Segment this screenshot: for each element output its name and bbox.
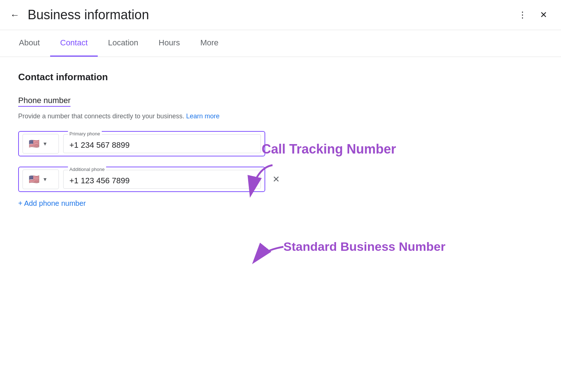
primary-phone-group: 🇺🇸 ▼ Primary phone +1 234 567 8899 (18, 131, 265, 156)
tab-about[interactable]: About (9, 30, 50, 57)
primary-flag-icon: 🇺🇸 (29, 139, 40, 149)
section-title: Contact information (18, 72, 309, 83)
page-title: Business information (28, 7, 515, 23)
main-content: Contact information Phone number Provide… (0, 57, 327, 226)
add-phone-button[interactable]: + Add phone number (18, 196, 86, 211)
standard-business-annotation: Standard Business Number (283, 240, 445, 254)
additional-phone-wrapper: 🇺🇸 ▼ Additional phone +1 123 456 7899 ✕ (18, 167, 309, 192)
phone-description: Provide a number that connects directly … (18, 113, 309, 120)
primary-phone-label: Primary phone (68, 131, 102, 136)
additional-phone-label: Additional phone (68, 167, 106, 172)
header: ← Business information ⋮ ✕ (0, 0, 561, 30)
more-options-button[interactable]: ⋮ (515, 9, 530, 21)
tab-contact[interactable]: Contact (50, 30, 98, 57)
phone-section: Phone number Provide a number that conne… (18, 96, 309, 211)
tab-bar: About Contact Location Hours More (0, 30, 561, 57)
primary-country-select[interactable]: 🇺🇸 ▼ (23, 134, 59, 154)
close-button[interactable]: ✕ (537, 9, 550, 21)
phone-section-label: Phone number (18, 96, 70, 107)
back-button[interactable]: ← (9, 9, 21, 21)
primary-dropdown-arrow-icon: ▼ (43, 141, 48, 147)
learn-more-link[interactable]: Learn more (186, 113, 219, 120)
additional-phone-group: 🇺🇸 ▼ Additional phone +1 123 456 7899 (18, 167, 265, 192)
primary-phone-value: +1 234 567 8899 (69, 138, 255, 150)
header-icons: ⋮ ✕ (515, 9, 550, 21)
additional-phone-field[interactable]: Additional phone +1 123 456 7899 (63, 170, 261, 189)
tab-more[interactable]: More (190, 30, 229, 57)
additional-dropdown-arrow-icon: ▼ (43, 176, 48, 182)
additional-flag-icon: 🇺🇸 (29, 174, 40, 184)
primary-phone-field[interactable]: Primary phone +1 234 567 8899 (63, 134, 261, 153)
tab-hours[interactable]: Hours (149, 30, 190, 57)
remove-additional-phone-button[interactable]: ✕ (271, 173, 281, 186)
tab-location[interactable]: Location (98, 30, 148, 57)
additional-country-select[interactable]: 🇺🇸 ▼ (23, 170, 59, 189)
additional-phone-value: +1 123 456 7899 (69, 173, 255, 185)
